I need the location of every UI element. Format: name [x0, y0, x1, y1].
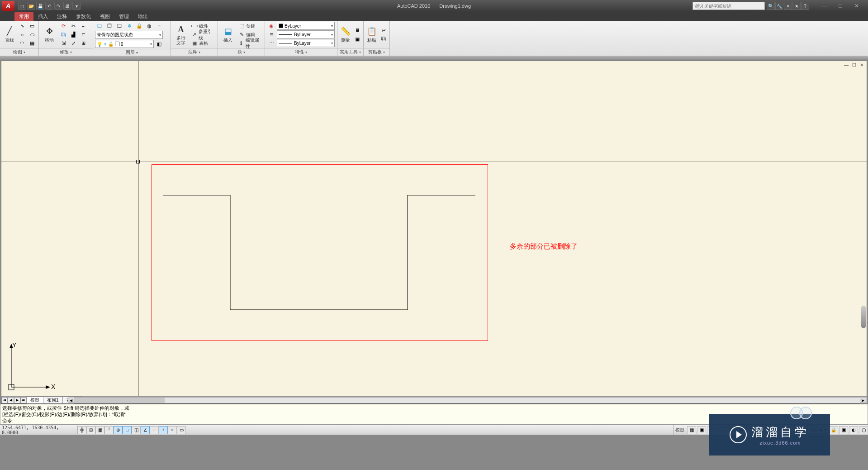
layer-freeze-icon[interactable]: ❄	[125, 22, 134, 30]
layer-combo[interactable]: 💡 ☀ 🔓 0	[95, 40, 154, 48]
layer-off-icon[interactable]: ◍	[145, 22, 154, 30]
qat-print-icon[interactable]: 🖶	[63, 2, 71, 10]
array-icon[interactable]: ⊞	[79, 39, 88, 48]
mode-osnap[interactable]: □	[123, 426, 132, 434]
polyline-icon[interactable]: ∿	[18, 22, 27, 30]
measure-button[interactable]: 📏 测量	[339, 22, 352, 48]
mode-otrack[interactable]: ∠	[141, 426, 150, 434]
offset-icon[interactable]: ⊏	[79, 31, 88, 39]
create-block-button[interactable]: ⬚创建	[237, 22, 263, 30]
qat-save-icon[interactable]: 💾	[36, 2, 44, 10]
isolate-icon[interactable]: ◐	[849, 426, 858, 434]
minimize-button[interactable]: —	[820, 3, 828, 9]
mode-ducs[interactable]: ⌐	[150, 426, 159, 434]
tab-insert[interactable]: 插入	[33, 12, 52, 21]
tab-prev-icon[interactable]: ◀	[8, 397, 14, 403]
tab-home[interactable]: 常用	[14, 12, 33, 21]
layer-props-icon[interactable]: ❏	[95, 22, 104, 30]
copy-icon[interactable]: ⿻	[59, 31, 68, 39]
stretch-icon[interactable]: ⇲	[59, 39, 68, 48]
ellipse-icon[interactable]: ⬭	[28, 31, 37, 39]
mode-3dosnap[interactable]: ◫	[132, 426, 141, 434]
qat-redo-icon[interactable]: ↷	[54, 2, 62, 10]
move-button[interactable]: ✥ 移动	[41, 22, 58, 48]
clean-screen-icon[interactable]: ▢	[859, 426, 868, 434]
cut-icon[interactable]: ✂	[379, 26, 388, 34]
table-button[interactable]: ▦表格	[190, 39, 216, 48]
app-logo[interactable]: A	[2, 1, 14, 11]
paste-button[interactable]: 📋 粘贴	[365, 22, 378, 48]
mtext-button[interactable]: A 多行 文字	[173, 22, 189, 48]
qat-new-icon[interactable]: ◻	[18, 2, 26, 10]
layer-iso-icon[interactable]: ❑	[115, 22, 124, 30]
mode-ortho[interactable]: └	[104, 426, 114, 434]
maximize-button[interactable]: □	[836, 3, 844, 9]
panel-utilities-label[interactable]: 实用工具	[337, 48, 363, 56]
mode-grid[interactable]: ▦	[95, 426, 104, 434]
scroll-thumb[interactable]	[74, 398, 165, 403]
subscription-icon[interactable]: 🔧	[775, 2, 783, 10]
panel-layers-label[interactable]: 图层	[93, 49, 171, 56]
comm-icon[interactable]: ✦	[784, 2, 792, 10]
layer-match-icon[interactable]: ≡	[155, 22, 164, 30]
mleader-button[interactable]: ↗多重引线	[190, 31, 216, 39]
quickview-drawings-icon[interactable]: ▣	[697, 426, 706, 434]
copy-clip-icon[interactable]: ⿻	[379, 35, 388, 43]
horizontal-scrollbar[interactable]: ◀ ▶	[74, 397, 860, 403]
qat-more-icon[interactable]: ▾	[72, 2, 81, 10]
doc-minimize-button[interactable]: —	[843, 62, 849, 67]
scale-icon[interactable]: ⤢	[69, 39, 78, 48]
arc-icon[interactable]: ◠	[18, 39, 27, 48]
lweight-icon[interactable]: ≣	[267, 30, 276, 38]
color-combo[interactable]: ByLayer	[277, 22, 335, 30]
doc-restore-button[interactable]: ❐	[851, 62, 857, 67]
tab-first-icon[interactable]: ⏮	[1, 397, 8, 403]
scroll-left-icon[interactable]: ◀	[68, 398, 74, 403]
circle-icon[interactable]: ○	[18, 31, 27, 39]
mode-dyn[interactable]: +	[159, 426, 168, 434]
rotate-icon[interactable]: ⟳	[59, 22, 68, 30]
insert-button[interactable]: ⬓ 插入	[220, 22, 236, 48]
mode-qp[interactable]: ▭	[177, 426, 186, 434]
fillet-icon[interactable]: ⌐	[79, 22, 88, 30]
tab-last-icon[interactable]: ⏭	[20, 397, 27, 403]
panel-properties-label[interactable]: 特性	[265, 48, 337, 56]
edit-attr-button[interactable]: ℹ编辑属性	[237, 39, 263, 48]
ltype-combo[interactable]: ByLayer	[277, 39, 335, 47]
panel-modify-label[interactable]: 修改	[39, 48, 93, 56]
rect-icon[interactable]: ▭	[28, 22, 37, 30]
qat-undo-icon[interactable]: ↶	[45, 2, 53, 10]
drawing-area[interactable]: — ❐ ✕ 多余的部分已被删除了 Y X ⏮ ◀ ▶ ⏭ 模型	[1, 61, 867, 404]
tab-output[interactable]: 输出	[133, 12, 152, 21]
match-props-icon[interactable]: ◉	[267, 22, 276, 30]
layer-lock-icon[interactable]: 🔒	[135, 22, 144, 30]
ltype-icon[interactable]: ⋯	[267, 39, 276, 47]
mode-snap[interactable]: ⊞	[86, 426, 95, 434]
hatch-icon[interactable]: ▦	[28, 39, 37, 48]
quickview-layouts-icon[interactable]: ▦	[687, 426, 696, 434]
coordinates[interactable]: 1254.6471, 1630.4354, 0.0000	[0, 425, 77, 435]
mode-lwt[interactable]: ≡	[168, 426, 177, 434]
select-icon[interactable]: ▣	[353, 35, 362, 43]
tab-next-icon[interactable]: ▶	[14, 397, 20, 403]
qat-open-icon[interactable]: 📂	[27, 2, 35, 10]
trim-icon[interactable]: ✂	[69, 22, 78, 30]
doc-close-button[interactable]: ✕	[859, 62, 865, 67]
panel-clipboard-label[interactable]: 剪贴板	[364, 48, 389, 56]
layer-state-icon[interactable]: ❐	[105, 22, 114, 30]
line-button[interactable]: ╱ 直线	[2, 22, 17, 48]
tab-manage[interactable]: 管理	[114, 12, 133, 21]
mode-infer[interactable]: ╬	[77, 426, 86, 434]
space-label[interactable]: 模型	[673, 425, 686, 435]
scroll-right-icon[interactable]: ▶	[860, 398, 866, 403]
mirror-icon[interactable]: ▟	[69, 31, 78, 39]
hw-accel-icon[interactable]: ▣	[839, 426, 848, 434]
layer-state-combo[interactable]: 未保存的图层状态	[95, 31, 163, 39]
search-input[interactable]	[693, 2, 765, 10]
panel-block-label[interactable]: 块	[218, 48, 265, 56]
mode-polar[interactable]: ⊕	[114, 426, 123, 434]
calc-icon[interactable]: 🖩	[353, 26, 362, 34]
lweight-combo[interactable]: ByLayer	[277, 30, 335, 38]
ws-lock-icon[interactable]: 🔒	[829, 426, 838, 434]
panel-annotation-label[interactable]: 注释	[171, 48, 218, 56]
